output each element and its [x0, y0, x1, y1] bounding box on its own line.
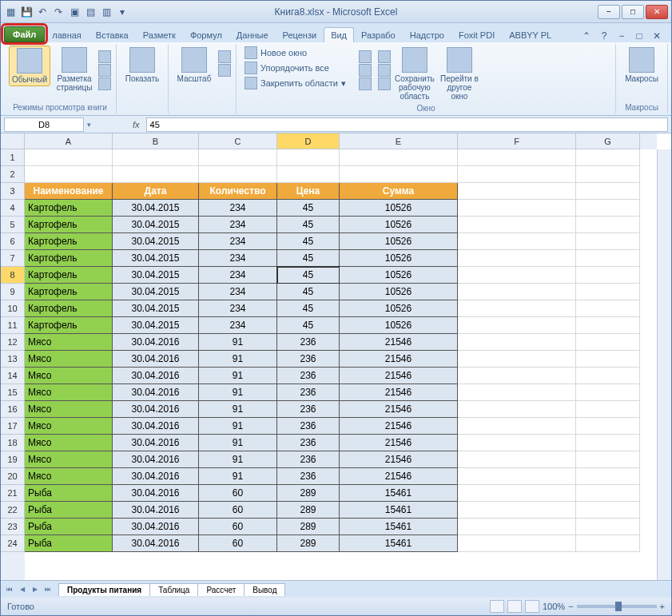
zoom-button[interactable]: Масштаб — [173, 46, 215, 85]
row-header-24[interactable]: 24 — [1, 535, 25, 552]
cell-C4[interactable]: 234 — [199, 200, 277, 217]
cell-A11[interactable]: Картофель — [25, 317, 113, 334]
cell-C20[interactable]: 91 — [199, 468, 277, 485]
cell-A10[interactable]: Картофель — [25, 300, 113, 317]
row-header-6[interactable]: 6 — [1, 233, 25, 250]
doc-close-icon[interactable]: ✕ — [650, 30, 663, 42]
col-header-F[interactable]: F — [458, 133, 576, 149]
cell-D17[interactable]: 236 — [277, 418, 340, 435]
qat-icon-2[interactable]: ▤ — [84, 6, 97, 18]
cell-E17[interactable]: 21546 — [340, 418, 458, 435]
formula-input[interactable]: 45 — [146, 117, 668, 132]
cell-D21[interactable]: 289 — [277, 485, 340, 502]
cell-C13[interactable]: 91 — [199, 351, 277, 368]
fx-label[interactable]: fx — [129, 120, 143, 129]
normal-view-button[interactable]: Обычный — [9, 46, 50, 86]
cell-F12[interactable] — [458, 334, 576, 351]
row-header-10[interactable]: 10 — [1, 300, 25, 317]
tab-abbyy[interactable]: ABBYY PL — [502, 27, 559, 42]
cell-G4[interactable] — [576, 200, 640, 217]
col-header-E[interactable]: E — [340, 133, 458, 149]
cell-B12[interactable]: 30.04.2016 — [113, 334, 199, 351]
cell-D10[interactable]: 45 — [277, 300, 340, 317]
cell-G19[interactable] — [576, 451, 640, 468]
tab-file[interactable]: Файл — [4, 26, 45, 42]
cell-D19[interactable]: 236 — [277, 451, 340, 468]
cell-A8[interactable]: Картофель — [25, 267, 113, 284]
close-button[interactable]: ✕ — [646, 5, 668, 19]
cell-C12[interactable]: 91 — [199, 334, 277, 351]
zoom-out-button[interactable]: − — [568, 602, 573, 611]
cell-F14[interactable] — [458, 368, 576, 384]
tab-insert[interactable]: Вставка — [89, 27, 136, 42]
tab-foxit[interactable]: Foxit PDI — [451, 27, 502, 42]
cell-D3[interactable]: Цена — [277, 183, 340, 200]
cell-C14[interactable]: 91 — [199, 368, 277, 384]
cell-F19[interactable] — [458, 451, 576, 468]
cell-D15[interactable]: 236 — [277, 384, 340, 401]
sheet-nav-prev[interactable]: ◀ — [17, 584, 28, 595]
split-icon[interactable] — [359, 50, 372, 63]
cell-C19[interactable]: 91 — [199, 451, 277, 468]
cell-E15[interactable]: 21546 — [340, 384, 458, 401]
cell-F23[interactable] — [458, 519, 576, 535]
cell-C2[interactable] — [199, 166, 277, 183]
col-header-A[interactable]: A — [25, 133, 113, 149]
cell-A1[interactable] — [25, 149, 113, 166]
cell-A14[interactable]: Мясо — [25, 368, 113, 384]
sheet-tab-2[interactable]: Рассчет — [197, 583, 245, 596]
cell-C3[interactable]: Количество — [199, 183, 277, 200]
cell-C23[interactable]: 60 — [199, 519, 277, 535]
redo-icon[interactable]: ↷ — [52, 6, 65, 18]
cell-B10[interactable]: 30.04.2015 — [113, 300, 199, 317]
cell-B15[interactable]: 30.04.2016 — [113, 384, 199, 401]
cell-D18[interactable]: 236 — [277, 435, 340, 451]
cell-G2[interactable] — [576, 166, 640, 183]
custom-view-icon[interactable] — [98, 64, 111, 77]
cell-F4[interactable] — [458, 200, 576, 217]
cell-A7[interactable]: Картофель — [25, 250, 113, 267]
cell-D20[interactable]: 236 — [277, 468, 340, 485]
cell-A13[interactable]: Мясо — [25, 351, 113, 368]
new-window-button[interactable]: Новое окно — [241, 46, 349, 60]
cell-E9[interactable]: 10526 — [340, 284, 458, 300]
cell-A6[interactable]: Картофель — [25, 233, 113, 250]
cell-C9[interactable]: 234 — [199, 284, 277, 300]
cell-E13[interactable]: 21546 — [340, 351, 458, 368]
row-header-22[interactable]: 22 — [1, 502, 25, 519]
cell-B22[interactable]: 30.04.2016 — [113, 502, 199, 519]
cell-D9[interactable]: 45 — [277, 284, 340, 300]
reset-pos-icon[interactable] — [378, 77, 391, 90]
fullscreen-icon[interactable] — [98, 77, 111, 90]
tab-developer[interactable]: Разрабо — [354, 27, 403, 42]
row-header-16[interactable]: 16 — [1, 401, 25, 418]
cell-D16[interactable]: 236 — [277, 401, 340, 418]
cell-C22[interactable]: 60 — [199, 502, 277, 519]
cell-G14[interactable] — [576, 368, 640, 384]
cell-E7[interactable]: 10526 — [340, 250, 458, 267]
freeze-button[interactable]: Закрепить области▾ — [241, 76, 349, 90]
cell-E22[interactable]: 15461 — [340, 502, 458, 519]
cell-C18[interactable]: 91 — [199, 435, 277, 451]
cell-B19[interactable]: 30.04.2016 — [113, 451, 199, 468]
tab-review[interactable]: Рецензи — [276, 27, 324, 42]
tab-formulas[interactable]: Формул — [183, 27, 229, 42]
row-header-21[interactable]: 21 — [1, 485, 25, 502]
cell-D4[interactable]: 45 — [277, 200, 340, 217]
cell-C21[interactable]: 60 — [199, 485, 277, 502]
cell-C10[interactable]: 234 — [199, 300, 277, 317]
cell-D2[interactable] — [277, 166, 340, 183]
cell-A19[interactable]: Мясо — [25, 451, 113, 468]
save-workspace-button[interactable]: Сохранить рабочую область — [394, 46, 435, 102]
cell-E24[interactable]: 15461 — [340, 535, 458, 552]
cell-C8[interactable]: 234 — [199, 267, 277, 284]
cell-F20[interactable] — [458, 468, 576, 485]
cell-A5[interactable]: Картофель — [25, 217, 113, 233]
cell-E21[interactable]: 15461 — [340, 485, 458, 502]
sheet-nav-next[interactable]: ▶ — [30, 584, 41, 595]
cell-G18[interactable] — [576, 435, 640, 451]
cell-C7[interactable]: 234 — [199, 250, 277, 267]
row-header-11[interactable]: 11 — [1, 317, 25, 334]
zoom-100-icon[interactable] — [218, 50, 231, 63]
cell-B11[interactable]: 30.04.2015 — [113, 317, 199, 334]
